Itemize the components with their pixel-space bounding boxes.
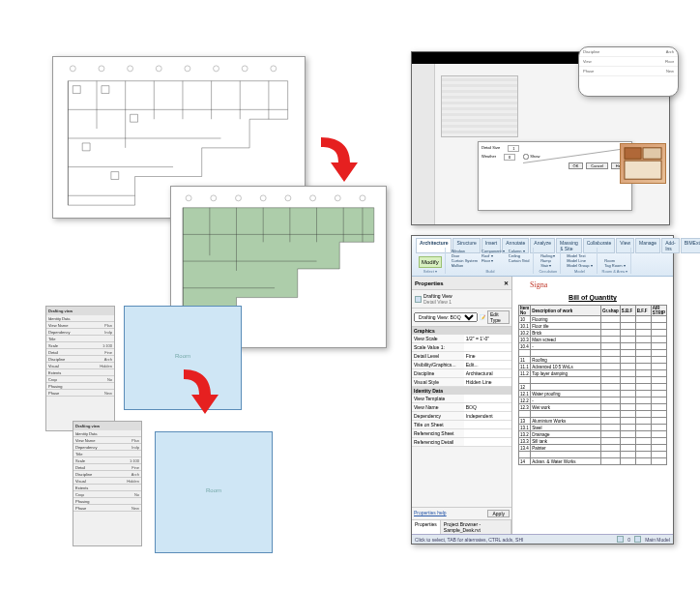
revit-main-window: ArchitectureStructureInsertAnnotateAnaly… <box>411 235 674 545</box>
ribbon-tab[interactable]: BIMExt <box>681 238 700 253</box>
palette-tab[interactable]: Project Browser - Sample_Desk.rvt <box>441 520 511 534</box>
table-row: 13.4Painter <box>519 445 667 452</box>
ribbon-button[interactable]: Mullion <box>451 263 479 268</box>
svg-point-9 <box>211 195 217 201</box>
apply-button[interactable]: Apply <box>487 510 510 517</box>
palette-tab[interactable]: Properties <box>412 520 441 534</box>
callout-bubble: DisciplineArchViewFloorPhaseNew <box>578 46 679 97</box>
status-bar: Click to select, TAB for alternates, CTR… <box>412 534 673 544</box>
ribbon-button[interactable]: Curtain Grid <box>508 258 531 263</box>
property-row[interactable]: DisciplineArchitectural <box>412 369 511 378</box>
svg-point-13 <box>310 195 316 201</box>
arrow-icon <box>315 135 358 188</box>
svg-point-2 <box>128 66 133 72</box>
property-row[interactable]: Referencing Detail <box>412 438 511 447</box>
filter-icon[interactable] <box>634 536 641 543</box>
dialog-field-label: Weather <box>481 154 496 161</box>
table-row: 10.2Brick <box>519 330 667 337</box>
property-row: CropNo <box>73 491 141 498</box>
svg-point-14 <box>335 195 340 201</box>
property-row[interactable]: Scale Value 1: <box>412 343 511 352</box>
svg-point-7 <box>271 66 277 72</box>
property-row: DependencyIndp <box>46 329 114 336</box>
property-row: View NamePlan <box>73 437 141 444</box>
table-row: 12.1Water proofing <box>519 391 667 398</box>
table-row: 12.2- <box>519 398 667 404</box>
table-row: 13.2Drainage <box>519 431 667 438</box>
floor-3d-preview <box>620 143 666 184</box>
floor-plan-thumbnail <box>441 75 518 137</box>
svg-point-4 <box>185 66 190 72</box>
panel-header: Drafting view <box>46 307 114 315</box>
status-zero: 0 <box>627 537 630 543</box>
panel-header: Drafting view <box>73 422 141 430</box>
property-row[interactable]: Detail LevelFine <box>412 352 511 361</box>
property-row[interactable]: View NameBOQ <box>412 403 511 412</box>
property-row: DependencyIndp <box>73 444 141 451</box>
property-row: Identity Data <box>73 430 141 437</box>
edit-type-button[interactable]: Edit Type <box>487 310 510 324</box>
ok-button[interactable]: OK <box>569 162 584 169</box>
room-label: Room <box>206 487 221 493</box>
property-row[interactable]: View Template <box>412 395 511 403</box>
ribbon-button[interactable]: Tag Room ▾ <box>603 263 626 268</box>
property-row: DetailFine <box>46 349 114 356</box>
table-row <box>519 377 667 384</box>
property-row[interactable]: DependencyIndependent <box>412 412 511 421</box>
svg-rect-16 <box>625 148 641 159</box>
ribbon: ArchitectureStructureInsertAnnotateAnaly… <box>412 236 673 277</box>
property-row[interactable]: Visual StyleHidden Line <box>412 378 511 387</box>
svg-rect-18 <box>625 161 661 179</box>
arrow-icon <box>180 368 219 420</box>
dialog-field-label: Detail Size <box>481 145 500 152</box>
drafting-view-canvas[interactable]: Signa Bill of Quantity Item NoDescriptio… <box>512 277 673 534</box>
dialog-field-value[interactable]: 0 <box>504 154 515 161</box>
property-row[interactable]: Referencing Sheet <box>412 429 511 438</box>
svg-point-8 <box>186 195 191 201</box>
property-row[interactable]: Title on Sheet <box>412 421 511 429</box>
view-type-icon <box>415 296 422 303</box>
ribbon-group-label: Model <box>574 269 585 274</box>
property-row: Phasing <box>73 498 141 505</box>
property-row[interactable]: Visibility/Graphics...Edit... <box>412 361 511 369</box>
property-row: Identity Data <box>46 315 114 322</box>
table-row: 10.4- <box>519 343 667 350</box>
table-row: 11.1Advanced 10:5 WxLs <box>519 364 667 370</box>
table-row: 10.3Main screed <box>519 337 667 343</box>
property-row[interactable]: View Scale1/2" = 1'-0" <box>412 335 511 343</box>
property-row: Phasing <box>46 383 114 390</box>
cancel-button[interactable]: Cancel <box>586 162 607 169</box>
view-selector[interactable]: Drafting View: BOQ <box>414 312 478 322</box>
property-row: DisciplineArch <box>73 471 141 478</box>
ribbon-group-label[interactable]: Select ▾ <box>423 269 437 274</box>
svg-point-0 <box>70 66 75 72</box>
property-row: VisualHidden <box>46 363 114 369</box>
svg-point-12 <box>285 195 291 201</box>
logo: Signa <box>530 280 547 289</box>
project-browser-sidebar[interactable] <box>412 64 435 224</box>
table-row: 13.1Steel <box>519 425 667 431</box>
svg-point-6 <box>242 66 248 72</box>
svg-point-11 <box>260 195 266 201</box>
close-icon[interactable]: ✕ <box>504 280 509 286</box>
ribbon-button[interactable]: Floor ▾ <box>481 258 506 263</box>
property-row: DetailFine <box>73 464 141 471</box>
options-dialog[interactable]: Detail Size 1 Weather 0 Show OK Cancel H… <box>478 141 632 211</box>
dialog-field-value[interactable]: 1 <box>508 145 519 152</box>
ribbon-button[interactable]: Stair ▾ <box>540 263 556 268</box>
table-row: 11.2Top layer damping <box>519 370 667 377</box>
properties-panel-small-1: Drafting view Identity DataView NamePlan… <box>45 306 115 431</box>
property-row: PhaseNew <box>46 390 114 397</box>
callout-row: ViewFloor <box>579 57 678 67</box>
status-icon[interactable] <box>617 536 624 543</box>
ribbon-button[interactable]: Model Group ▾ <box>566 263 593 268</box>
svg-point-15 <box>360 195 365 201</box>
table-header: B.F.F <box>635 306 651 316</box>
table-row: 12 <box>519 384 667 391</box>
ribbon-group-label: Circulation <box>539 269 557 274</box>
table-row <box>519 350 667 357</box>
property-row: Extents <box>46 369 114 376</box>
modify-button[interactable]: Modify <box>419 256 442 268</box>
property-row: Extents <box>73 485 141 491</box>
properties-help-link[interactable]: Properties help <box>414 510 447 517</box>
